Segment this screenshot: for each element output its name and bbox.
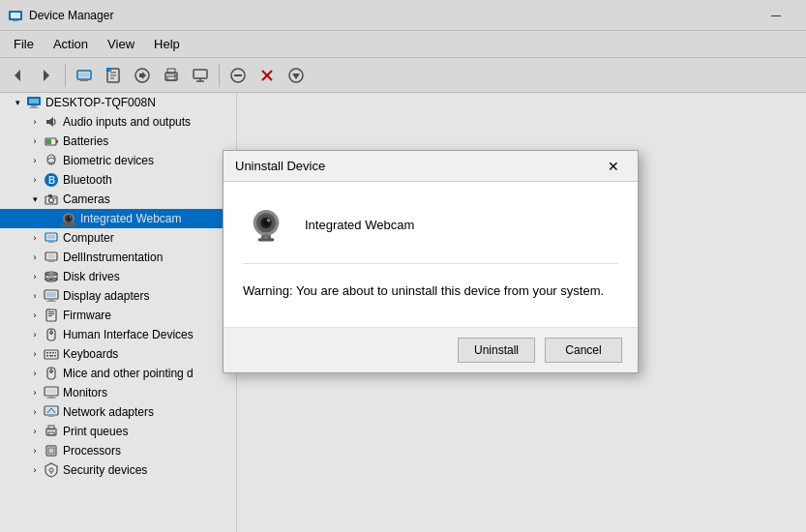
webcam-device-svg [247,205,285,244]
dialog-title: Uninstall Device [235,159,601,173]
dialog-device-row: Integrated Webcam [243,201,618,264]
dialog-close-button[interactable]: ✕ [601,155,626,178]
dialog-device-icon [243,201,289,248]
dialog-overlay: Uninstall Device ✕ [0,0,806,532]
dialog-body: Integrated Webcam Warning: You are about… [224,182,638,327]
dialog-footer: Uninstall Cancel [224,327,638,372]
cancel-button[interactable]: Cancel [545,338,622,363]
uninstall-button[interactable]: Uninstall [458,338,535,363]
dialog-titlebar: Uninstall Device ✕ [224,151,638,182]
svg-rect-109 [264,234,267,239]
dialog-device-name: Integrated Webcam [305,218,414,232]
svg-point-106 [267,219,270,222]
dialog-warning-text: Warning: You are about to uninstall this… [243,283,618,298]
uninstall-dialog: Uninstall Device ✕ [223,150,639,373]
